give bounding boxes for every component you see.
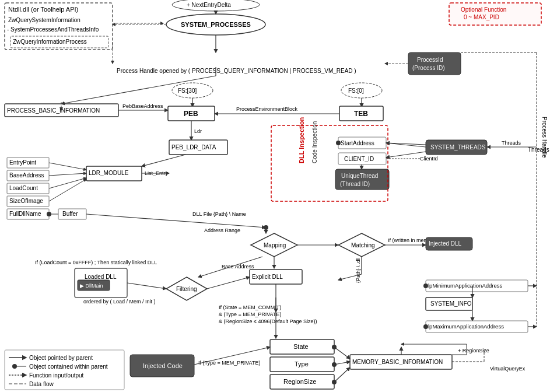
system-processes-label: SYSTEM_PROCESSES [181,21,251,28]
svg-rect-8 [408,52,461,75]
if-state-label2: & (Type = MEM_PRIVATE) [219,312,281,317]
injected-code-label: Injected Code [143,362,183,369]
zwquery-label: ZwQuerySystemInformation [8,17,80,23]
process-basic-info-label: PROCESS_BASIC_INFORMATION [7,107,100,114]
optional-function-label: Optional Function [461,6,506,13]
path-dll-label: {Path} \ .dll [355,257,361,283]
svg-line-68 [334,347,350,359]
filtering-label: Filtering [176,286,197,292]
dll-main-label: ▶ DllMain [80,283,103,289]
explicit-dll-label: Explicit DLL [252,274,283,280]
process-handle-opened-label: Process Handle opened by ( PROCESS_QUERY… [117,68,356,74]
ordered-by-label: ordered by ( Load / Mem / Init ) [83,299,156,304]
peb-label: PEB [184,110,198,118]
svg-line-27 [49,173,86,176]
address-range-label: Address Range [204,228,240,233]
ntdll-label: Ntdll.dll (or Toolhelp API) [8,6,78,13]
diagram-container: Ntdll.dll (or Toolhelp API) ZwQuerySyste… [0,0,550,392]
virtual-query-ex-label: VirtualQueryEx [490,366,526,372]
lp-min-label: lpMinimumApplicationAddress [428,282,502,289]
process-id-label: ProcessId [417,57,443,63]
ldr-label: Ldr [194,128,202,134]
if-loadcount-label: If (LoadCount = 0xFFFF) ; Then staticall… [35,260,157,265]
mapping-label: Mapping [264,242,286,249]
unique-thread-label: UniqueThread [341,173,378,179]
memory-basic-info-label: MEMORY_BASIC_INFORMATION [352,359,443,365]
teb-label: TEB [354,110,368,118]
threads-label: Threads [528,146,549,153]
legend-dataflow-label: Data flow [29,381,54,387]
thread-id-label: (Thread ID) [340,181,370,187]
diagram-svg: Ntdll.dll (or Toolhelp API) ZwQuerySyste… [0,0,550,392]
baseaddress-label: BaseAddress [9,172,44,178]
loadcount-label: LoadCount [9,185,38,191]
svg-line-29 [49,178,86,188]
dll-file-path-label: DLL File {Path} \ Name [192,211,246,217]
system-info-label: SYSTEM_INFO [430,300,472,307]
fs0-label: FS:[0] [348,88,364,94]
if-state-label1: If (State = MEM_COMMIT) [219,304,281,310]
sizeofimage-label: SizeOfImage [9,198,43,204]
matching-label: Matching [351,242,375,249]
lp-max-label: lpMaximumApplicationAddress [428,323,504,330]
svg-line-22 [142,155,185,166]
zwqueryinfo-label: ZwQueryInformationProcess [13,38,87,45]
sysproc-label: - SystemProcessesAndThreadsInfo [7,26,99,33]
svg-line-70 [334,368,350,382]
legend-contained-label: Object contained within parent [29,363,108,370]
fulldllname-label: FullDllName [9,211,41,217]
next-entry-delta-label: + NextEntryDelta [187,2,231,8]
optional-function-range: 0 ~ MAX_PID [464,14,499,20]
svg-point-72 [423,284,428,288]
svg-point-99 [12,364,17,369]
svg-line-58 [207,277,250,289]
ldr-module-label: LDR_MODULE [89,170,129,176]
threads-arrow-label: Threads [502,140,521,146]
loaded-dll-label: Loaded DLL [85,274,117,280]
if-type-label: If (Type = MEM_PRIVATE) [198,360,260,366]
svg-line-56 [127,283,166,289]
fs30-label: FS:[30] [178,88,197,94]
legend-pointed-label: Object pointed by parent [29,355,93,361]
entrypoint-label: EntryPoint [9,159,36,166]
startaddress-label: StartAddress [341,140,374,146]
injected-dll-label: Injected DLL [429,240,462,247]
svg-line-69 [334,362,350,365]
state-box-label: State [293,343,309,350]
plus-region-size-label: + RegionSize [458,348,489,354]
peb-ldr-data-label: PEB_LDR_DATA [171,144,216,150]
regionsize-box-label: RegionSize [283,378,316,385]
peb-base-addr-label: PebBaseAddress [122,103,163,109]
legend-function-label: Function input/output [29,372,84,379]
svg-line-31 [49,179,86,201]
svg-line-25 [49,163,86,170]
clientid-label: ClientId [420,156,438,162]
process-env-block-label: ProcessEnvironmentBlock [236,106,298,112]
process-id-sub: (Process ID) [412,65,445,71]
code-inspection-label: Code Inspection [311,121,318,163]
system-threads-label: SYSTEM_THREADS [430,144,486,150]
type-box-label: Type [295,360,309,368]
buffer-label: Buffer [62,211,78,217]
svg-point-78 [423,324,428,329]
dll-inspection-label: DLL Inspection [298,117,305,163]
client-id-label: CLIENT_ID [344,156,374,162]
svg-point-42 [336,141,341,145]
if-state-label3: & (RegionSize ≤ 4096(Default Page Size)) [219,318,317,324]
